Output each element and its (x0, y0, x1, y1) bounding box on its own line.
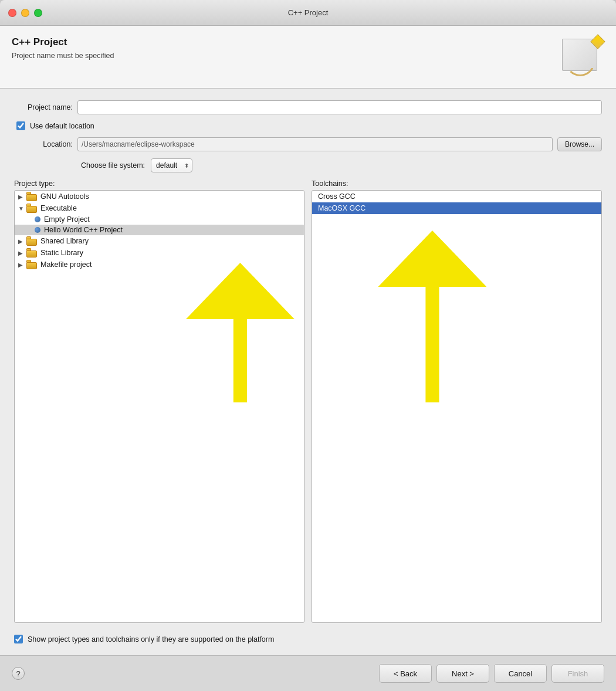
toolchains-list[interactable]: Cross GCC MacOSX GCC (312, 190, 602, 623)
project-name-input[interactable] (77, 100, 602, 114)
use-default-location-row: Use default location (16, 121, 602, 130)
use-default-location-label: Use default location (30, 122, 94, 130)
tree-item-executable[interactable]: ▼ Executable (15, 202, 304, 214)
leaf-dot-empty (35, 216, 40, 222)
close-button[interactable] (8, 9, 16, 17)
dialog-header-icon (562, 36, 604, 79)
folder-icon-exec (26, 204, 38, 213)
toolchain-label-cross: Cross GCC (318, 192, 356, 201)
help-button[interactable]: ? (12, 667, 25, 680)
window-controls (8, 9, 42, 17)
filesystem-select[interactable]: default (151, 158, 192, 172)
filesystem-select-wrapper: default ⬍ (151, 158, 192, 172)
location-label: Location: (14, 140, 73, 148)
tree-item-hello-world[interactable]: Hello World C++ Project (15, 225, 304, 235)
project-type-list[interactable]: ▶ GNU Autotools ▼ (14, 190, 304, 623)
project-type-label: Project type: (14, 179, 304, 188)
location-row: Location: Browse... (14, 137, 602, 151)
footer-left: ? (12, 667, 25, 680)
next-button[interactable]: Next > (436, 664, 489, 683)
back-button[interactable]: < Back (379, 664, 432, 683)
window-title: C++ Project (288, 8, 329, 17)
tree-label-empty: Empty Project (44, 215, 90, 223)
minimize-button[interactable] (21, 9, 29, 17)
leaf-dot-hello (35, 227, 40, 233)
footer-buttons: < Back Next > Cancel Finish (379, 664, 604, 683)
browse-button[interactable]: Browse... (557, 137, 602, 151)
project-name-label: Project name: (14, 103, 73, 111)
tree-item-gnu-autotools[interactable]: ▶ GNU Autotools (15, 191, 304, 202)
tree-label-hello: Hello World C++ Project (44, 226, 123, 234)
folder-icon-gnu (26, 192, 38, 201)
dialog-footer: ? < Back Next > Cancel Finish (0, 655, 616, 691)
dialog-header: C++ Project Project name must be specifi… (0, 26, 616, 89)
tree-label-makefile: Makefile project (40, 260, 92, 269)
filesystem-label: Choose file system: (81, 161, 145, 170)
expand-arrow-makefile: ▶ (18, 262, 26, 268)
tree-label-gnu: GNU Autotools (40, 192, 89, 201)
maximize-button[interactable] (34, 9, 42, 17)
toolchains-panel: Toolchains: Cross GCC MacOSX GCC (312, 179, 602, 623)
tree-item-shared-lib[interactable]: ▶ Shared Library (15, 235, 304, 247)
dialog-subtitle: Project name must be specified (12, 52, 114, 60)
folder-icon-makefile (26, 260, 38, 269)
icon-arc (566, 62, 595, 76)
expand-arrow-shared: ▶ (18, 238, 26, 245)
tree-item-makefile[interactable]: ▶ Makefile project (15, 259, 304, 270)
toolchain-cross-gcc[interactable]: Cross GCC (312, 191, 601, 202)
expand-arrow-gnu: ▶ (18, 194, 26, 200)
use-default-location-checkbox[interactable] (16, 121, 25, 130)
expand-arrow-static: ▶ (18, 250, 26, 256)
title-bar: C++ Project (0, 0, 616, 26)
tree-label-exec: Executable (40, 204, 77, 212)
toolchains-label: Toolchains: (312, 179, 602, 188)
show-supported-label: Show project types and toolchains only i… (28, 635, 274, 643)
dialog: C++ Project Project name must be specifi… (0, 26, 616, 691)
toolchain-macosx-gcc[interactable]: MacOSX GCC (312, 202, 601, 214)
dialog-body: Project name: Use default location Locat… (0, 89, 616, 655)
tree-item-empty[interactable]: Empty Project (15, 214, 304, 225)
folder-icon-shared (26, 236, 38, 246)
dialog-title: C++ Project (12, 36, 114, 48)
project-name-row: Project name: (14, 100, 602, 114)
folder-icon-static (26, 248, 38, 258)
tree-label-shared: Shared Library (40, 237, 89, 245)
location-input[interactable] (77, 137, 553, 151)
filesystem-row: Choose file system: default ⬍ (14, 158, 602, 172)
project-type-panel: Project type: ▶ GNU Autotools ▼ (14, 179, 304, 623)
expand-arrow-exec: ▼ (18, 205, 26, 212)
panels-area: Project type: ▶ GNU Autotools ▼ (14, 179, 602, 623)
finish-button[interactable]: Finish (551, 664, 604, 683)
tree-label-static: Static Library (40, 249, 83, 257)
show-supported-row: Show project types and toolchains only i… (14, 630, 602, 643)
toolchain-label-macosx: MacOSX GCC (318, 204, 365, 212)
header-text: C++ Project Project name must be specifi… (12, 36, 114, 60)
tree-item-static-lib[interactable]: ▶ Static Library (15, 247, 304, 259)
cancel-button[interactable]: Cancel (494, 664, 547, 683)
show-supported-checkbox[interactable] (14, 635, 23, 643)
